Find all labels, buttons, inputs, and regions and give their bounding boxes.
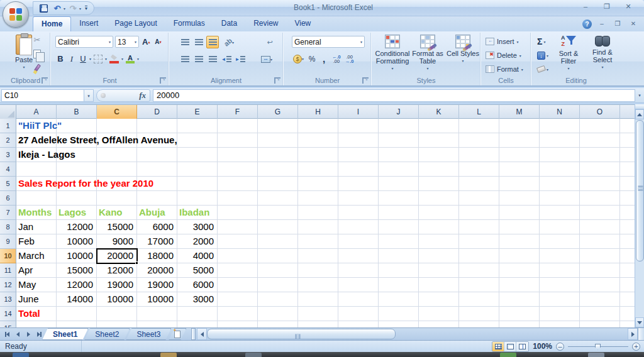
cell-styles-button[interactable]: Cell Styles▾: [445, 35, 480, 76]
horizontal-scrollbar[interactable]: [197, 328, 644, 340]
taskbar-item[interactable]: [500, 353, 516, 357]
page-layout-view-button[interactable]: [504, 342, 516, 351]
cell-J9[interactable]: [379, 234, 419, 249]
cell-B15[interactable]: [57, 321, 97, 327]
column-header-G[interactable]: G: [258, 105, 298, 119]
scroll-right-button[interactable]: [628, 328, 638, 340]
cell-L10[interactable]: [459, 249, 499, 263]
underline-button[interactable]: U: [78, 53, 88, 65]
cell-E12[interactable]: 6000: [177, 278, 218, 292]
cell-N4[interactable]: [540, 162, 580, 177]
cell-A4[interactable]: [16, 162, 57, 177]
cut-button[interactable]: ✂: [30, 34, 44, 46]
cell-F3[interactable]: [218, 148, 258, 162]
cell-H14[interactable]: [298, 307, 338, 321]
cell-O12[interactable]: [580, 278, 620, 292]
cell-B10[interactable]: 10000: [57, 249, 97, 263]
cell-J5[interactable]: [379, 177, 419, 191]
column-header-D[interactable]: D: [137, 105, 177, 119]
cell-A6[interactable]: [16, 191, 57, 206]
cell-A12[interactable]: May: [16, 278, 57, 292]
tab-data[interactable]: Data: [213, 16, 245, 31]
shrink-font-button[interactable]: A: [153, 36, 163, 48]
cell-E5[interactable]: [177, 177, 218, 191]
cell-F11[interactable]: [218, 263, 258, 278]
cell-K6[interactable]: [419, 191, 459, 206]
cell-D10[interactable]: 18000: [137, 249, 177, 263]
select-all-corner[interactable]: [0, 105, 16, 119]
formula-input[interactable]: 20000: [153, 89, 635, 102]
merge-center-button[interactable]: ▾: [257, 53, 276, 65]
cell-L14[interactable]: [459, 307, 499, 321]
vertical-split-handle[interactable]: [635, 104, 644, 109]
tab-formulas[interactable]: Formulas: [165, 16, 213, 31]
cell-J2[interactable]: [379, 133, 419, 148]
row-header-11[interactable]: 11: [0, 263, 16, 278]
cell-H9[interactable]: [298, 234, 338, 249]
zoom-slider-thumb[interactable]: [595, 344, 601, 350]
format-cells-button[interactable]: Format▾: [486, 63, 523, 75]
column-header-partial[interactable]: [620, 105, 635, 119]
cell-D9[interactable]: 17000: [137, 234, 177, 249]
cell-E3[interactable]: [177, 148, 218, 162]
cell-M14[interactable]: [499, 307, 540, 321]
cell-J10[interactable]: [379, 249, 419, 263]
cell-N9[interactable]: [540, 234, 580, 249]
cell-K12[interactable]: [419, 278, 459, 292]
cell-L11[interactable]: [459, 263, 499, 278]
cell-J13[interactable]: [379, 292, 419, 307]
tab-home[interactable]: Home: [33, 16, 71, 31]
cell-O14[interactable]: [580, 307, 620, 321]
cell-F15[interactable]: [218, 321, 258, 327]
cell-O2[interactable]: [580, 133, 620, 148]
column-header-M[interactable]: M: [499, 105, 540, 119]
cell-I15[interactable]: [338, 321, 379, 327]
column-header-I[interactable]: I: [338, 105, 379, 119]
cell-L6[interactable]: [459, 191, 499, 206]
workbook-minimize-button[interactable]: –: [596, 20, 608, 28]
cell-E14[interactable]: [177, 307, 218, 321]
font-color-dropdown-icon[interactable]: ▾: [137, 57, 139, 61]
cell-D7[interactable]: Abuja: [137, 206, 177, 220]
cell-G12[interactable]: [258, 278, 298, 292]
cell-N3[interactable]: [540, 148, 580, 162]
cell-D3[interactable]: [137, 148, 177, 162]
cell-M8[interactable]: [499, 220, 540, 234]
cell-B12[interactable]: 12000: [57, 278, 97, 292]
cell-A9[interactable]: Feb: [16, 234, 57, 249]
cell-C15[interactable]: [97, 321, 137, 327]
cell-B14[interactable]: [57, 307, 97, 321]
column-header-A[interactable]: A: [16, 105, 57, 119]
workbook-restore-button[interactable]: ❐: [612, 20, 623, 28]
cell-E15[interactable]: [177, 321, 218, 327]
cell-I13[interactable]: [338, 292, 379, 307]
number-dialog-launcher[interactable]: [362, 77, 369, 84]
cell-B9[interactable]: 10000: [57, 234, 97, 249]
underline-dropdown-icon[interactable]: ▾: [89, 57, 91, 61]
cell-F1[interactable]: [218, 119, 258, 133]
cell-M4[interactable]: [499, 162, 540, 177]
increase-indent-button[interactable]: ►: [234, 53, 247, 65]
cell-K13[interactable]: [419, 292, 459, 307]
cell-K14[interactable]: [419, 307, 459, 321]
row-header-14[interactable]: 14: [0, 307, 16, 321]
cell-E6[interactable]: [177, 191, 218, 206]
cell-M13[interactable]: [499, 292, 540, 307]
row-header-7[interactable]: 7: [0, 206, 16, 220]
cell-I5[interactable]: [338, 177, 379, 191]
close-button[interactable]: ✕: [620, 3, 636, 12]
cell-D6[interactable]: [137, 191, 177, 206]
cell-I9[interactable]: [338, 234, 379, 249]
row-header-3[interactable]: 3: [0, 148, 16, 162]
cell-C14[interactable]: [97, 307, 137, 321]
cell-N10[interactable]: [540, 249, 580, 263]
cell-F14[interactable]: [218, 307, 258, 321]
cell-B11[interactable]: 15000: [57, 263, 97, 278]
cell-E10[interactable]: 4000: [177, 249, 218, 263]
cell-J11[interactable]: [379, 263, 419, 278]
cell-H5[interactable]: [298, 177, 338, 191]
fill-button[interactable]: ↓▾: [537, 50, 548, 61]
tab-split-handle[interactable]: [191, 328, 196, 340]
expand-formula-bar-icon[interactable]: ▾: [635, 93, 644, 98]
cell-K5[interactable]: [419, 177, 459, 191]
